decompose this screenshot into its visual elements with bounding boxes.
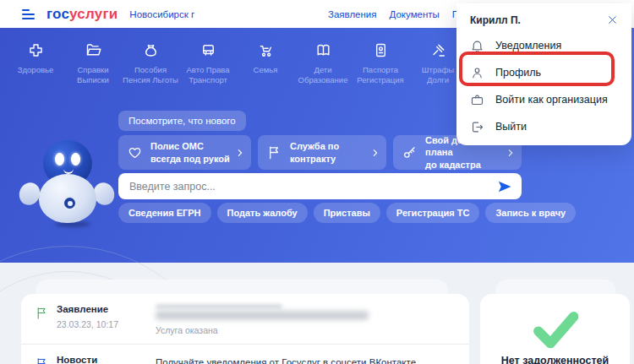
- menu-item-label: Войти как организация: [495, 94, 608, 106]
- category-auto[interactable]: Авто Права Транспорт: [179, 41, 237, 86]
- category-label: Дети Образование: [298, 65, 348, 86]
- category-label: Пособия Пенсия Льготы: [123, 65, 178, 86]
- green-flag-icon: [35, 306, 49, 320]
- close-button[interactable]: [606, 14, 618, 26]
- application-status: Услуга оказана: [156, 325, 456, 335]
- debts-label: Нет задолженностей: [501, 355, 609, 364]
- pouch-icon: [142, 41, 160, 59]
- news-row[interactable]: Новости Получайте уведомления от Госуслу…: [21, 345, 469, 364]
- logo-part-red: услуги: [69, 6, 118, 22]
- chip-doctor[interactable]: Запись к врачу: [485, 203, 576, 223]
- menu-item-logout[interactable]: Выйти: [456, 115, 631, 139]
- category-label: Семья: [254, 65, 278, 75]
- news-type: Новости: [57, 355, 138, 364]
- feed-card: Заявление 23.03.23, 10:17 Услуга оказана…: [21, 294, 469, 364]
- location-selector[interactable]: Новосибирск г: [129, 9, 194, 19]
- category-label: Здоровье: [18, 65, 53, 75]
- profile-icon: [470, 66, 484, 80]
- promo-card-contract[interactable]: Служба по контракту: [258, 135, 386, 170]
- category-passports[interactable]: Паспорта Регистрация: [352, 41, 409, 86]
- flag-icon: [266, 144, 282, 160]
- robot-body: [39, 174, 96, 223]
- chevron-right-icon: [371, 149, 380, 157]
- green-check-icon: [525, 307, 586, 351]
- dropdown-user-row: Кирилл П.: [456, 3, 631, 27]
- application-type: Заявление: [57, 304, 138, 314]
- chip-vehicle-reg[interactable]: Регистрация ТС: [386, 203, 480, 223]
- hamburger-menu-icon[interactable]: [22, 9, 35, 19]
- news-text: Получайте уведомления от Госуслуг в соцс…: [156, 357, 456, 364]
- redacted-text: [156, 304, 282, 309]
- search-bar: [118, 173, 522, 199]
- close-icon: [607, 14, 618, 25]
- nav-applications[interactable]: Заявления: [328, 9, 377, 19]
- bell-icon: [470, 39, 484, 53]
- gavel-icon: [429, 41, 447, 59]
- category-label: Справки Выписки: [77, 65, 109, 86]
- key-icon: [402, 144, 418, 160]
- chip-complaint[interactable]: Подать жалобу: [217, 203, 308, 223]
- application-row[interactable]: Заявление 23.03.23, 10:17 Услуга оказана: [21, 294, 469, 344]
- menu-item-label: Выйти: [495, 121, 527, 133]
- feed-section: Заявление 23.03.23, 10:17 Услуга оказана…: [0, 263, 634, 364]
- category-label: Паспорта Регистрация: [357, 65, 404, 86]
- chip-egrn[interactable]: Сведения ЕГРН: [118, 203, 211, 223]
- whats-new-button[interactable]: Посмотрите, что нового: [118, 111, 246, 131]
- health-cross-icon: [27, 41, 45, 59]
- promo-card-title: Полис ОМС всегда под рукой: [150, 140, 236, 165]
- car-icon: [199, 41, 217, 59]
- chip-bailiffs[interactable]: Приставы: [314, 203, 380, 223]
- search-submit-button[interactable]: [496, 178, 513, 195]
- category-row: Здоровье Справки Выписки Пособия Пенсия …: [7, 41, 467, 86]
- menu-item-organization[interactable]: Войти как организация: [456, 88, 631, 111]
- application-date: 23.03.23, 10:17: [57, 319, 138, 329]
- redacted-text: [156, 311, 369, 320]
- promo-card-oms[interactable]: Полис ОМС всегда под рукой: [118, 135, 251, 170]
- category-health[interactable]: Здоровье: [7, 41, 64, 86]
- menu-item-profile[interactable]: Профиль: [456, 61, 631, 84]
- logout-icon: [470, 120, 484, 134]
- search-input[interactable]: [129, 181, 496, 193]
- quick-chips: Сведения ЕГРН Подать жалобу Приставы Рег…: [118, 203, 576, 223]
- menu-item-label: Уведомления: [495, 40, 561, 52]
- category-label: Штрафы Долги: [422, 65, 454, 86]
- robot-mascot[interactable]: [21, 133, 114, 233]
- send-arrow-icon: [496, 178, 513, 195]
- debts-card[interactable]: Нет задолженностей: [480, 294, 630, 364]
- book-icon: [314, 41, 332, 59]
- nav-documents[interactable]: Документы: [390, 9, 440, 19]
- briefcase-icon: [470, 93, 484, 107]
- menu-item-label: Профиль: [495, 67, 541, 79]
- chevron-right-icon: [236, 149, 244, 157]
- dropdown-menu: Уведомления Профиль Войти как организаци…: [456, 27, 631, 139]
- category-education[interactable]: Дети Образование: [294, 41, 352, 86]
- logo-part-blue: гос: [46, 6, 69, 22]
- menu-item-notifications[interactable]: Уведомления: [456, 34, 631, 57]
- stroller-icon: [257, 41, 275, 59]
- folder-icon: [85, 41, 102, 59]
- passport-icon: [372, 41, 390, 59]
- category-family[interactable]: Семья: [237, 41, 294, 86]
- category-benefits[interactable]: Пособия Пенсия Льготы: [122, 41, 179, 86]
- category-certificates[interactable]: Справки Выписки: [64, 41, 122, 86]
- chevron-right-icon: [506, 149, 515, 157]
- news-flag-icon: [35, 356, 49, 364]
- user-name[interactable]: Кирилл П.: [470, 14, 606, 26]
- category-label: Авто Права Транспорт: [187, 65, 230, 86]
- profile-dropdown: Кирилл П. Уведомления Профиль Войти как …: [456, 3, 631, 145]
- gosuslugi-logo[interactable]: госуслуги: [46, 6, 118, 23]
- promo-card-title: Служба по контракту: [290, 140, 371, 165]
- heart-icon: [127, 144, 143, 160]
